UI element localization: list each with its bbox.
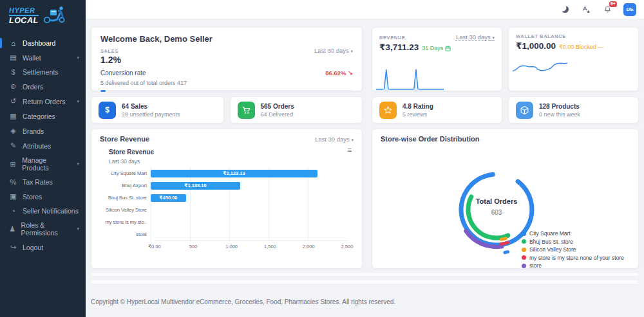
legend-label: Silicon Valley Store: [529, 246, 576, 253]
trend-down-icon: ↘: [348, 69, 353, 77]
legend-label: store: [529, 262, 542, 268]
app-window: HYPER LOCAL ⌂Dashboard▤Wallet▾$Settlemen…: [0, 0, 644, 317]
store-revenue-range-select[interactable]: Last 30 days ▾: [315, 136, 354, 143]
settlements-icon: $: [9, 68, 17, 76]
wallet-card: WALLET BALANCE ₹1,000.00 ₹0.00 Blocked —: [508, 27, 639, 91]
sales-value: 1.2%: [100, 55, 353, 65]
welcome-range-select[interactable]: Last 30 days ▾: [314, 47, 353, 54]
bar-category-label: Bhuj Bus St. store: [100, 195, 151, 201]
chart-menu-icon[interactable]: ≡: [348, 147, 352, 154]
wallet-blocked-label: ₹0.00 Blocked: [559, 44, 596, 50]
chart-title: Store Revenue: [109, 149, 347, 156]
sidebar-item-return-orders[interactable]: ↺Return Orders▾: [0, 94, 86, 109]
avatar[interactable]: DE: [623, 3, 636, 16]
stores-icon: ▣: [9, 192, 17, 201]
distribution-card: Store-wise Order Distribution Total Orde…: [372, 129, 639, 269]
stat-subtitle: 5 reviews: [402, 111, 433, 118]
sidebar-item-brands[interactable]: ◈Brands: [0, 123, 86, 138]
chevron-down-icon: ▾: [77, 55, 79, 60]
conversion-percent: 86.62%: [325, 69, 346, 77]
sidebar-item-label: Roles & Permissions: [21, 221, 72, 237]
chevron-down-icon: ▾: [77, 161, 79, 167]
range-label: Last 30 days: [314, 47, 349, 54]
revenue-bar[interactable]: ₹450.00: [151, 194, 186, 202]
logo[interactable]: HYPER LOCAL: [0, 0, 86, 31]
welcome-title: Welcome Back, Demo Seller: [100, 34, 353, 44]
legend-item-my-store-is-my-store-none-of-your-store[interactable]: my store is my store none of your store: [522, 254, 624, 262]
wallet-blocked: ₹0.00 Blocked —: [559, 44, 603, 50]
home-icon: ⌂: [9, 39, 17, 47]
legend-marker: [522, 248, 526, 252]
notifications-button[interactable]: 9+: [602, 5, 612, 15]
legend-item-city-square-mart[interactable]: City Square Mart: [522, 230, 624, 238]
sidebar-item-categories[interactable]: ▦Categories: [0, 109, 86, 123]
delivery-scooter-icon: [42, 5, 68, 27]
legend-item-store[interactable]: store: [522, 262, 624, 268]
bar-rows: City Square Mart₹2,123.13Bhuj Airport₹1,…: [100, 167, 347, 240]
sidebar-item-label: Dashboard: [23, 39, 55, 47]
bar-row: store: [100, 228, 347, 240]
stat-subtitle: 0 new this week: [539, 111, 580, 118]
logo-text: HYPER LOCAL: [9, 7, 39, 25]
radial-arc: [505, 252, 508, 253]
wallet-value: ₹1,000.00: [516, 41, 556, 51]
radial-arc: [468, 197, 508, 238]
sidebar-item-manage-products[interactable]: ⊞Manage Products▾: [0, 153, 86, 175]
sidebar-menu: ⌂Dashboard▤Wallet▾$Settlements⊚Orders↺Re…: [0, 31, 86, 255]
sidebar-item-label: Return Orders: [23, 98, 66, 105]
star-icon: [379, 102, 397, 119]
store-revenue-card: Store Revenue Last 30 days ▾ ≡ Store Rev…: [91, 129, 363, 269]
stats-row-right: 4.8 Rating5 reviews128 Products0 new thi…: [372, 96, 639, 123]
sidebar-item-label: Settlements: [23, 68, 58, 76]
sidebar-item-dashboard[interactable]: ⌂Dashboard: [0, 36, 86, 50]
tax-rates-icon: %: [9, 178, 17, 186]
stat-text: 4.8 Rating5 reviews: [402, 103, 433, 118]
revenue-range-select[interactable]: Last 30 days ▾: [456, 33, 495, 41]
translate-icon: [582, 5, 591, 14]
wallet-label: WALLET BALANCE: [516, 33, 566, 39]
radial-arc: [502, 242, 508, 244]
revenue-label: REVENUE: [379, 35, 405, 41]
sidebar-item-wallet[interactable]: ▤Wallet▾: [0, 50, 86, 65]
sidebar-item-settlements[interactable]: $Settlements: [0, 65, 86, 79]
placeholder-bar: [91, 272, 639, 276]
legend-marker: [522, 231, 526, 236]
sidebar-item-label: Brands: [23, 127, 44, 135]
language-button[interactable]: [581, 5, 591, 15]
orders-icon: ⊚: [9, 82, 17, 91]
x-axis-tick: 1,500: [264, 244, 276, 249]
bar-row: Silicon Valley Store: [100, 204, 347, 216]
wallet-sparkline: [513, 56, 567, 78]
radial-arc: [501, 239, 506, 240]
bar-track: [151, 228, 347, 240]
stat-subtitle: 28 unsettled payments: [122, 111, 180, 118]
chevron-down-icon: ▾: [350, 49, 353, 53]
sidebar-item-logout[interactable]: ↪Logout: [0, 240, 86, 255]
store-revenue-header: Store Revenue: [100, 135, 149, 143]
revenue-card: REVENUE Last 30 days ▾ ₹3,711.23 31 Days: [372, 27, 502, 91]
copyright-text: Copyright © HyperLocal Multivendor eComm…: [91, 298, 395, 305]
legend-item-bhuj-bus-st-store[interactable]: Bhuj Bus St. store: [522, 238, 624, 246]
cart-icon: [238, 102, 255, 119]
summary-cards-row: REVENUE Last 30 days ▾ ₹3,711.23 31 Days: [372, 27, 639, 91]
x-axis-tick: 2,500: [341, 244, 354, 249]
dark-mode-toggle[interactable]: [560, 5, 570, 15]
legend-label: City Square Mart: [529, 230, 571, 237]
roles-icon: ♟: [9, 225, 16, 233]
revenue-bar[interactable]: ₹2,123.13: [151, 170, 317, 177]
sidebar-item-seller-notifications[interactable]: ◔Seller Notifications: [0, 204, 86, 218]
dash-icon: —: [598, 44, 603, 50]
sales-label: SALES: [100, 48, 118, 54]
chevron-down-icon: ▾: [492, 35, 495, 40]
sidebar-item-stores[interactable]: ▣Stores: [0, 189, 86, 204]
sidebar-item-attributes[interactable]: ✎Attributes: [0, 138, 86, 153]
sidebar-item-tax-rates[interactable]: %Tax Rates: [0, 175, 86, 189]
sidebar-item-roles-permissions[interactable]: ♟Roles & Permissions▾: [0, 218, 86, 240]
conversion-value: 86.62% ↘: [325, 69, 353, 77]
logo-text-hyper: HYPER: [9, 7, 39, 16]
revenue-bar[interactable]: ₹1,138.10: [151, 182, 240, 190]
seller-notifications-icon: ◔: [9, 207, 17, 215]
bar-category-label: Bhuj Airport: [100, 183, 151, 188]
sidebar-item-orders[interactable]: ⊚Orders: [0, 79, 86, 94]
legend-item-silicon-valley-store[interactable]: Silicon Valley Store: [522, 246, 624, 254]
